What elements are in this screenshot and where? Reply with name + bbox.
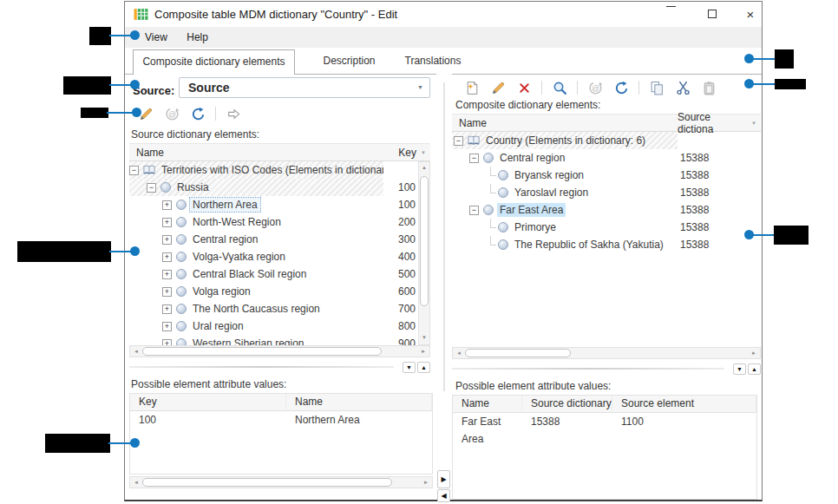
forward-arrow-icon[interactable]: [226, 106, 241, 121]
auto-update-at-icon[interactable]: @: [164, 106, 180, 121]
scroll-left-icon[interactable]: ◄: [453, 348, 465, 358]
tree-row[interactable]: +Central region300: [129, 231, 418, 248]
column-filter-icon[interactable]: ▼: [747, 121, 761, 126]
tree-row[interactable]: +Ural region800: [129, 317, 418, 335]
collapse-down-icon[interactable]: ▼: [403, 362, 416, 373]
column-header-name[interactable]: Name: [129, 147, 382, 159]
element-sphere-icon: [498, 187, 508, 198]
dictionary-book-icon: [143, 164, 155, 176]
scroll-up-icon[interactable]: ▲: [419, 162, 429, 174]
expand-expander-icon[interactable]: +: [162, 252, 172, 262]
tree-row[interactable]: Primorye15388: [452, 219, 761, 236]
expand-expander-icon[interactable]: +: [162, 339, 172, 346]
tree-row[interactable]: Yaroslavl region15388: [452, 184, 761, 201]
tree-row[interactable]: Bryansk region15388: [452, 167, 761, 184]
scrollbar-thumb[interactable]: [465, 349, 571, 357]
expand-expander-icon[interactable]: +: [162, 287, 172, 297]
maximize-button[interactable]: [697, 2, 727, 27]
tree-row[interactable]: −Country (Elements in dictionary: 6): [452, 132, 761, 149]
tree-row[interactable]: −Territories with ISO Codes (Elements in…: [129, 161, 418, 179]
horizontal-splitter[interactable]: ▼ ▲: [452, 362, 761, 376]
minimize-button[interactable]: [656, 2, 685, 27]
scrollbar-thumb[interactable]: [420, 176, 429, 306]
chevron-down-icon: ▼: [417, 84, 423, 90]
collapse-up-icon[interactable]: ▲: [417, 362, 430, 373]
tree-row[interactable]: +Volga-Vyatka region400: [129, 248, 418, 265]
scroll-down-icon[interactable]: ▼: [419, 332, 429, 344]
horizontal-splitter[interactable]: ▼ ▲: [129, 360, 430, 374]
scroll-right-icon[interactable]: ►: [748, 348, 760, 358]
tree-row[interactable]: The Republic of Sakha (Yakutia)15388: [452, 236, 761, 253]
scroll-right-icon[interactable]: ►: [420, 477, 432, 488]
cut-scissors-icon[interactable]: [675, 80, 691, 95]
tab-translations[interactable]: Translations: [385, 49, 481, 75]
collapse-expander-icon[interactable]: −: [469, 154, 479, 163]
column-header[interactable]: Key: [130, 394, 286, 411]
tree-node-label: Russia: [174, 180, 212, 194]
close-button[interactable]: ×: [736, 2, 765, 27]
tree-row[interactable]: +Volga region600: [129, 283, 418, 300]
delete-x-icon[interactable]: [516, 80, 532, 95]
menu-help[interactable]: Help: [179, 27, 216, 48]
refresh-icon[interactable]: [190, 106, 206, 121]
column-filter-icon[interactable]: ▼: [416, 150, 430, 155]
column-header[interactable]: Name: [453, 396, 522, 413]
tree-row[interactable]: +North-West Region200: [129, 213, 418, 231]
search-icon[interactable]: [552, 80, 567, 95]
menu-view[interactable]: View: [137, 27, 175, 48]
tree-row[interactable]: −Russia100: [129, 179, 418, 196]
scroll-right-icon[interactable]: ►: [417, 346, 429, 357]
tab-description[interactable]: Description: [304, 49, 395, 75]
column-header-name[interactable]: Name: [452, 117, 678, 129]
tree-row[interactable]: +The North Caucasus region700: [129, 300, 418, 317]
expand-expander-icon[interactable]: +: [162, 235, 172, 245]
copy-icon[interactable]: [649, 80, 665, 95]
tree-node-label: Far East Area: [497, 203, 566, 217]
tree-row[interactable]: −Far East Area15388: [452, 201, 761, 219]
collapse-expander-icon[interactable]: −: [129, 166, 139, 175]
add-document-icon[interactable]: [464, 80, 480, 95]
tree-row[interactable]: +Northern Area100: [129, 196, 418, 213]
horizontal-scrollbar[interactable]: ◄ ►: [452, 347, 761, 359]
tab-composite-dictionary-elements[interactable]: Composite dictionary elements: [133, 49, 295, 75]
vertical-splitter[interactable]: ▶ ◀: [436, 74, 452, 500]
collapse-expander-icon[interactable]: −: [147, 183, 156, 193]
column-header[interactable]: Name: [286, 394, 432, 411]
auto-update-at-icon[interactable]: @: [587, 80, 603, 95]
horizontal-scrollbar[interactable]: ◄ ►: [129, 476, 433, 488]
collapse-right-icon[interactable]: ▶: [437, 470, 450, 488]
tree-row[interactable]: +Central Black Soil region500: [129, 265, 418, 283]
vertical-scrollbar[interactable]: ▲ ▼: [418, 161, 430, 345]
composite-elements-label: Composite dictionary elements:: [455, 99, 600, 111]
collapse-expander-icon[interactable]: −: [469, 206, 479, 215]
element-sphere-icon: [176, 200, 187, 210]
page: Composite table MDM dictionary "Country"…: [0, 0, 838, 504]
tree-node-key: 500: [383, 268, 418, 280]
refresh-icon[interactable]: [613, 80, 629, 95]
expand-expander-icon[interactable]: +: [162, 200, 172, 210]
tree-node-label: Volga region: [190, 285, 253, 298]
expand-expander-icon[interactable]: +: [162, 270, 172, 279]
horizontal-scrollbar[interactable]: ◄ ►: [129, 345, 430, 357]
tree-row[interactable]: −Central region15388: [452, 149, 761, 167]
scroll-left-icon[interactable]: ◄: [130, 477, 142, 488]
column-header-key[interactable]: Key: [382, 147, 416, 159]
expand-expander-icon[interactable]: +: [162, 322, 172, 331]
scrollbar-thumb[interactable]: [142, 478, 392, 487]
scroll-left-icon[interactable]: ◄: [130, 346, 142, 357]
expand-expander-icon[interactable]: +: [162, 218, 172, 227]
tree-node-label: North-West Region: [190, 215, 284, 229]
collapse-expander-icon[interactable]: −: [454, 136, 463, 146]
tree-row[interactable]: +Western Siberian region900: [129, 335, 418, 345]
edit-pencil-icon[interactable]: [490, 80, 506, 95]
column-header[interactable]: Source dictionary: [522, 396, 612, 413]
paste-icon[interactable]: [701, 80, 717, 95]
collapse-down-icon[interactable]: ▼: [733, 363, 746, 375]
collapse-up-icon[interactable]: ▲: [748, 363, 761, 375]
expand-expander-icon[interactable]: +: [162, 304, 172, 314]
tree-node-label: Central region: [497, 151, 567, 165]
column-header[interactable]: Source element: [612, 396, 756, 413]
source-select[interactable]: Source ▼: [179, 77, 430, 98]
collapse-left-icon[interactable]: ◀: [437, 489, 450, 502]
scrollbar-thumb[interactable]: [142, 347, 382, 356]
